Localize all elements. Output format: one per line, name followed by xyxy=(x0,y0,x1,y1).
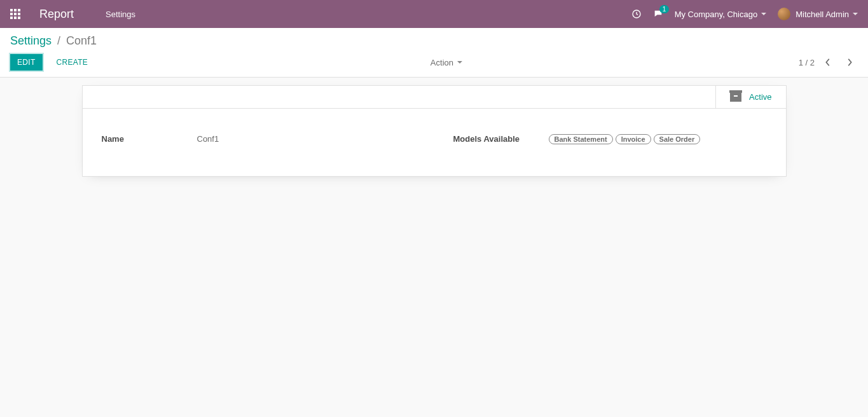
edit-button[interactable]: EDIT xyxy=(10,54,43,71)
activity-icon[interactable] xyxy=(631,9,642,19)
status-bar: Active xyxy=(83,86,786,109)
avatar xyxy=(778,8,790,20)
action-label: Action xyxy=(431,58,453,67)
field-value-models: Bank Statement Invoice Sale Order xyxy=(549,134,701,144)
field-value-name: Conf1 xyxy=(197,134,219,144)
apps-icon[interactable] xyxy=(10,9,20,19)
breadcrumb-current: Conf1 xyxy=(66,34,97,47)
user-name: Mitchell Admin xyxy=(796,10,849,19)
pager-text[interactable]: 1 / 2 xyxy=(799,58,815,67)
chevron-down-icon xyxy=(457,61,462,64)
chevron-down-icon xyxy=(761,13,766,15)
model-tag[interactable]: Invoice xyxy=(616,134,651,144)
messaging-icon[interactable]: 1 xyxy=(653,9,663,19)
pager-prev[interactable] xyxy=(820,54,836,71)
active-toggle[interactable]: Active xyxy=(715,86,785,108)
chevron-down-icon xyxy=(853,13,858,15)
breadcrumb: Settings / Conf1 xyxy=(10,34,858,48)
model-tag[interactable]: Bank Statement xyxy=(549,134,613,144)
create-button[interactable]: CREATE xyxy=(50,55,95,70)
form-sheet: Active Name Conf1 Models Available Bank … xyxy=(82,85,787,177)
breadcrumb-parent[interactable]: Settings xyxy=(10,34,52,47)
field-label-name: Name xyxy=(102,134,197,144)
archive-icon xyxy=(730,93,741,102)
pager-next[interactable] xyxy=(841,54,858,71)
nav-menu-settings[interactable]: Settings xyxy=(106,10,135,19)
messaging-badge: 1 xyxy=(659,5,670,13)
control-panel: Settings / Conf1 EDIT CREATE Action 1 / … xyxy=(0,28,868,78)
company-switcher[interactable]: My Company, Chicago xyxy=(675,10,767,19)
app-brand[interactable]: Report xyxy=(39,8,74,21)
company-name: My Company, Chicago xyxy=(675,10,758,19)
active-label: Active xyxy=(749,92,771,102)
breadcrumb-separator: / xyxy=(57,34,60,47)
field-label-models: Models Available xyxy=(453,134,549,144)
navbar: Report Settings 1 My Company, Chicago Mi… xyxy=(0,0,868,28)
user-menu[interactable]: Mitchell Admin xyxy=(778,8,858,20)
model-tag[interactable]: Sale Order xyxy=(654,134,701,144)
action-dropdown[interactable]: Action xyxy=(431,58,462,67)
